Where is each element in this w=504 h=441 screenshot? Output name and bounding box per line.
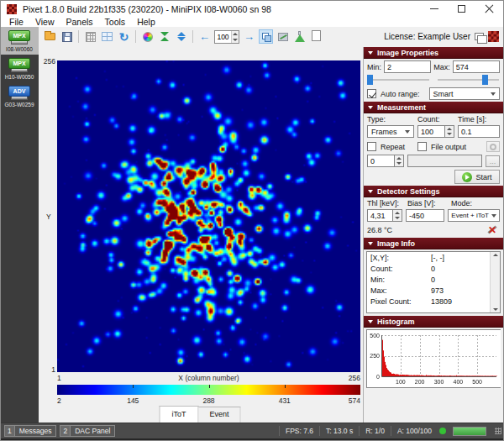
menu-help[interactable]: Help [131,17,161,27]
sidebar-device-i08[interactable]: MPX I08-W0060 [0,27,39,55]
count-spin-buttons[interactable] [444,125,454,138]
heatmap-canvas[interactable] [57,60,360,372]
save-button[interactable] [60,29,74,44]
left-arrow-icon: ← [199,31,210,42]
color-map-button[interactable] [140,29,155,44]
count-spinbox[interactable]: 100 [417,125,454,138]
menu-tools[interactable]: Tools [99,17,132,27]
sidebar-device-g03[interactable]: ADV G03-W0259 [0,82,39,110]
spin-buttons[interactable] [392,209,402,222]
dac-panel-button[interactable]: 2 DAC Panel [60,425,115,437]
menu-view[interactable]: View [29,17,60,27]
zoom-spin-buttons[interactable] [231,31,239,43]
thl-spinbox[interactable]: 4,31 [367,209,402,222]
repeat-label: Repeat [381,143,405,151]
info-row: Min:0 [367,274,500,285]
tab-itot[interactable]: iToT [159,406,198,423]
file-output-checkbox[interactable] [417,142,427,151]
info-row: [X,Y]:[-, -] [367,252,500,263]
section-detector-settings[interactable]: Detector Settings [364,186,503,197]
info-scrollbar[interactable] [490,252,500,312]
file-path-input[interactable] [407,155,482,167]
max-slider[interactable] [437,75,500,85]
repeat-count-spinbox[interactable]: 0 [367,155,404,167]
section-image-properties[interactable]: Image Properties [364,47,503,59]
menu-file[interactable]: File [1,17,29,27]
time-input[interactable]: 0.1 [458,125,500,138]
maximize-button[interactable] [448,1,475,17]
range-min-button[interactable] [157,29,171,44]
max-input[interactable]: 574 [453,60,500,73]
test-button[interactable] [292,29,307,44]
file-output-label: File output [431,143,466,151]
copy-icon [313,32,321,41]
right-arrow-icon: → [244,31,255,42]
start-button[interactable]: Start [454,170,500,184]
sidebar-device-h10[interactable]: MPX H10-W0050 [0,55,39,82]
collapse-icon [368,106,373,109]
type-select[interactable]: Frames [367,125,414,138]
a-indicator: A: 100/100 [391,426,438,436]
chevron-down-icon [491,92,496,96]
bias-input[interactable]: -450 [406,209,444,222]
windows-overlap-icon[interactable] [475,33,484,40]
min-label: Min: [367,63,381,71]
dac-number: 2 [60,426,71,436]
max-label: Max: [433,63,450,71]
scroll-up-icon [493,254,498,256]
auto-range-checkbox[interactable] [367,89,376,98]
edit-icon [278,33,288,41]
r-indicator: R: 1/0 [359,426,391,436]
min-slider[interactable] [367,75,430,85]
license-area: License: Example User [384,31,503,42]
range-min-icon [160,32,169,41]
menu-panels[interactable]: Panels [60,17,99,27]
min-slider-handle[interactable] [367,75,373,85]
refresh-button[interactable]: ↻ [117,29,131,44]
section-image-info[interactable]: Image Info [364,238,503,249]
auto-range-select[interactable]: Smart [429,87,500,100]
settings-gear-button[interactable] [486,141,500,152]
max-slider-handle[interactable] [482,75,488,85]
browse-button[interactable]: ... [486,155,500,167]
spin-up-icon [233,33,238,35]
tab-event[interactable]: Event [199,407,241,423]
section-title: Image Info [377,239,415,248]
hw-settings-button[interactable]: ✕ [486,223,500,236]
grid-view-button[interactable] [83,29,97,44]
device-label: I08-W0060 [0,46,39,52]
histogram-plot[interactable] [366,329,501,388]
edit-button[interactable] [276,29,290,44]
spin-buttons[interactable] [394,155,404,167]
minimize-button[interactable] [420,1,448,17]
open-button[interactable] [43,29,57,44]
section-histogram[interactable]: Histogram [364,316,503,328]
open-folder-icon [45,33,55,40]
close-button[interactable] [475,1,503,17]
toolbar-separator [192,30,193,43]
min-input[interactable]: 2 [384,60,431,73]
messages-button[interactable]: 1 Messages [4,425,56,437]
range-max-button[interactable] [174,29,188,44]
prev-frame-button[interactable]: ← [197,29,212,44]
collapse-icon [368,320,373,323]
section-title: Histogram [377,318,415,326]
flask-icon [295,31,305,43]
mode-select[interactable]: Event + iToT [448,209,500,222]
count-value: 100 [417,125,444,138]
repeat-checkbox[interactable] [367,142,376,151]
toolbar-separator [135,30,136,43]
colorbar[interactable] [57,385,360,395]
copy-button[interactable] [309,29,323,44]
info-key: Count: [370,265,431,273]
right-panel: Image Properties Min: 2 Max: 574 Auto ra… [363,47,503,423]
image-view-area: 256 Y 1 1 X (column number) 256 2 145 28… [39,46,361,423]
panels-layout-button[interactable] [100,29,114,44]
overlay-toggle-button[interactable] [259,29,273,44]
zoom-spinbox[interactable]: 100 [214,30,239,44]
save-icon [62,32,72,42]
section-measurement[interactable]: Measurement [364,102,503,113]
detector-image[interactable] [57,60,360,372]
next-frame-button[interactable]: → [242,29,256,44]
resize-grip[interactable] [495,428,501,434]
